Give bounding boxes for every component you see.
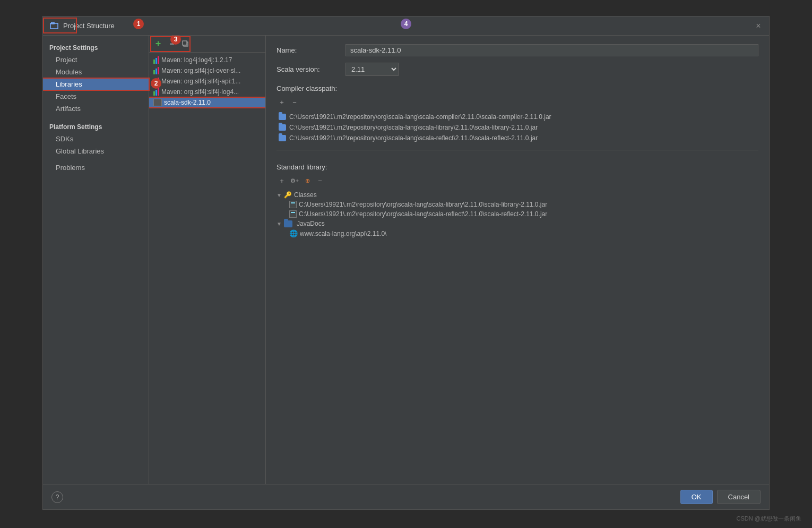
list-item: C:\Users\19921\.m2\repository\org\scala-… <box>277 209 758 219</box>
jar-icon <box>289 201 297 208</box>
scala-sdk-icon <box>153 99 162 106</box>
maven-icon <box>153 67 159 74</box>
globe-icon: 🌐 <box>289 229 298 237</box>
annotation-badge-1: 1 <box>133 19 144 29</box>
project-structure-dialog: Project Structure 1 4 × Project Settings… <box>42 16 770 510</box>
list-item: C:\Users\19921\.m2\repository\org\scala-… <box>277 122 758 133</box>
folder-icon <box>279 135 286 141</box>
project-icon <box>49 21 59 31</box>
list-item[interactable]: Maven: log4j:log4j:1.2.17 <box>149 55 265 65</box>
ok-button[interactable]: OK <box>680 490 713 504</box>
list-item[interactable]: Maven: org.slf4j:slf4j-api:1... <box>149 76 265 87</box>
list-item: C:\Users\19921\.m2\repository\org\scala-… <box>277 200 758 209</box>
scala-version-label: Scala version: <box>277 65 340 73</box>
title-bar: Project Structure 1 4 × <box>43 16 769 36</box>
action-buttons: OK Cancel <box>680 490 761 504</box>
scala-version-row: Scala version: 2.11 2.12 2.13 <box>277 63 758 76</box>
classpath-items: C:\Users\19921\.m2\repository\org\scala-… <box>277 112 758 143</box>
annotation-badge-2: 2 <box>151 78 161 89</box>
add-std-button[interactable]: + <box>277 175 287 186</box>
classes-icon: 🔑 <box>284 191 292 199</box>
scala-sdk-list-item[interactable]: scala-sdk-2.11.0 4 <box>149 97 265 108</box>
javadocs-folder-icon <box>284 220 292 227</box>
list-item[interactable]: Maven: org.slf4j:slf4j-log4... <box>149 87 265 97</box>
dialog-title: Project Structure <box>63 22 115 30</box>
sidebar-item-artifacts[interactable]: Artifacts <box>43 103 149 115</box>
add-classpath-button[interactable]: + <box>277 97 287 107</box>
libraries-panel: + 3 − <box>149 36 266 484</box>
standard-library-label: Standard library: <box>277 163 758 171</box>
chevron-down-icon: ▼ <box>277 221 282 227</box>
folder-icon <box>279 114 286 120</box>
list-item: 🌐 www.scala-lang.org\api\2.11.0\ <box>277 228 758 239</box>
project-settings-section: Project Settings <box>43 42 149 54</box>
maven-icon <box>153 56 159 64</box>
name-row: Name: <box>277 44 758 56</box>
sidebar-item-project[interactable]: Project <box>43 54 149 66</box>
add-library-button[interactable]: + <box>152 38 164 50</box>
watermark: CSDN @就想做一条闲鱼 <box>737 515 801 523</box>
annotation-badge-3: 3 <box>170 36 181 45</box>
standard-library-toolbar: + ⚙+ ⊕ − <box>277 175 758 186</box>
sidebar-item-sdks[interactable]: SDKs <box>43 133 149 145</box>
bottom-bar: ? OK Cancel <box>43 484 769 509</box>
help-button[interactable]: ? <box>51 491 63 503</box>
separator <box>277 150 758 150</box>
classpath-toolbar: + − <box>277 97 758 107</box>
cancel-button[interactable]: Cancel <box>717 490 761 504</box>
remove-classpath-button[interactable]: − <box>289 97 300 107</box>
maven-icon <box>153 88 159 96</box>
name-input[interactable] <box>345 44 758 56</box>
sidebar-item-modules[interactable]: Modules <box>43 66 149 78</box>
sidebar-item-global-libraries[interactable]: Global Libraries <box>43 145 149 157</box>
annotation-badge-4: 4 <box>401 19 411 29</box>
tree-classes-row: ▼ 🔑 Classes <box>277 190 758 200</box>
platform-settings-section: Platform Settings <box>43 121 149 133</box>
sidebar: Project Settings Project Modules Librari… <box>43 36 149 484</box>
list-item[interactable]: Maven: org.slf4j:jcl-over-sl... <box>149 65 265 76</box>
sidebar-item-problems[interactable]: Problems <box>43 161 149 174</box>
copy-library-button[interactable] <box>180 38 192 50</box>
folder-icon <box>279 124 286 131</box>
standard-library-section: Standard library: + ⚙+ ⊕ − ▼ 🔑 Classes C… <box>277 161 758 239</box>
add-std-config-button[interactable]: ⚙+ <box>289 175 300 186</box>
name-label: Name: <box>277 46 340 54</box>
detail-panel: Name: Scala version: 2.11 2.12 2.13 Comp… <box>266 36 769 484</box>
sidebar-item-libraries[interactable]: Libraries 2 <box>43 78 149 90</box>
compiler-classpath-label: Compiler classpath: <box>277 84 758 92</box>
chevron-down-icon: ▼ <box>277 192 282 198</box>
remove-std-button[interactable]: − <box>315 175 325 186</box>
close-button[interactable]: × <box>753 21 764 31</box>
tree-javadocs-row: ▼ JavaDocs <box>277 219 758 228</box>
list-item: C:\Users\19921\.m2\repository\org\scala-… <box>277 112 758 122</box>
add-std-folder-button[interactable]: ⊕ <box>302 175 313 186</box>
sidebar-divider <box>43 115 149 119</box>
main-content: Project Settings Project Modules Librari… <box>43 36 769 484</box>
sidebar-divider-2 <box>43 157 149 161</box>
list-item: C:\Users\19921\.m2\repository\org\scala-… <box>277 133 758 143</box>
library-toolbar: + 3 − <box>149 36 265 53</box>
svg-rect-3 <box>183 41 187 45</box>
sidebar-item-facets[interactable]: Facets <box>43 90 149 103</box>
library-list: Maven: log4j:log4j:1.2.17 Maven: org.slf… <box>149 53 265 484</box>
jar-icon <box>289 210 297 218</box>
scala-version-select[interactable]: 2.11 2.12 2.13 <box>345 63 399 76</box>
